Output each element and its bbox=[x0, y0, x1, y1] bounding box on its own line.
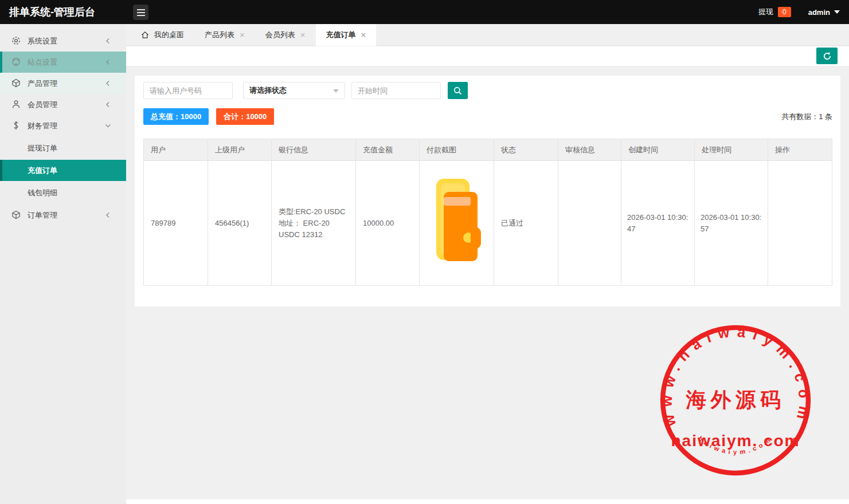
chevron-down-icon bbox=[333, 89, 339, 96]
cell-audit-info bbox=[558, 161, 621, 286]
col-user: 用户 bbox=[144, 139, 208, 161]
table-row: 789789 456456(1) 类型:ERC-20 USDC 地址： ERC-… bbox=[144, 161, 832, 286]
chevron-left-icon bbox=[105, 212, 111, 218]
cell-processed-at: 2026-03-01 10:30:57 bbox=[695, 161, 768, 286]
cell-created-at: 2026-03-01 10:30:47 bbox=[621, 161, 695, 286]
start-time-input[interactable] bbox=[351, 82, 441, 99]
sidebar-item-site-settings[interactable]: 站点设置 bbox=[0, 52, 126, 73]
col-status: 状态 bbox=[494, 139, 558, 161]
cube-icon bbox=[11, 78, 21, 88]
col-parent-user: 上级用户 bbox=[208, 139, 272, 161]
tab-bar: 我的桌面 产品列表 × 会员列表 × 充值订单 × bbox=[126, 24, 849, 46]
user-menu[interactable]: admin bbox=[808, 7, 840, 17]
sidebar-item-member-management[interactable]: 会员管理 bbox=[0, 94, 126, 115]
dollar-icon bbox=[11, 121, 21, 130]
gear-icon bbox=[11, 36, 21, 45]
sidebar-item-product-management[interactable]: 产品管理 bbox=[0, 73, 126, 94]
app-title: 排单系统-管理后台 bbox=[9, 0, 95, 24]
sidebar-item-finance-management[interactable]: 财务管理 bbox=[0, 115, 126, 136]
tab-recharge-orders[interactable]: 充值订单 × bbox=[316, 24, 377, 46]
sidebar: 系统设置 站点设置 产品管理 会员管理 财务管理 提现订单 充值订单 钱包明细 … bbox=[0, 24, 126, 504]
search-button[interactable] bbox=[448, 82, 468, 99]
refresh-icon bbox=[823, 52, 832, 61]
wallet-image[interactable] bbox=[433, 178, 481, 266]
watermark-stamp: www.haiwaiym.com 海外源码 haiwaiym. com haiw… bbox=[655, 318, 816, 482]
close-icon[interactable]: × bbox=[361, 30, 366, 39]
sidebar-item-withdraw-orders[interactable]: 提现订单 bbox=[0, 137, 126, 159]
record-count: 共有数据：1 条 bbox=[781, 112, 832, 122]
hamburger-icon bbox=[137, 9, 145, 10]
close-icon[interactable]: × bbox=[240, 30, 245, 39]
stats-badges: 总充值：10000 合计：10000 bbox=[143, 108, 274, 125]
chevron-down-icon bbox=[105, 123, 111, 129]
close-icon[interactable]: × bbox=[300, 30, 306, 39]
filter-bar: 请选择状态 bbox=[143, 82, 468, 99]
chevron-left-icon bbox=[105, 38, 111, 44]
stamp-domain-text: haiwaiym. com bbox=[671, 431, 800, 450]
withdraw-count-badge[interactable]: 0 bbox=[778, 7, 791, 17]
tab-member-list[interactable]: 会员列表 × bbox=[255, 24, 316, 45]
globe-icon bbox=[11, 57, 21, 66]
cell-action bbox=[768, 161, 832, 286]
withdraw-link[interactable]: 提现 bbox=[758, 7, 773, 17]
cell-bank-info: 类型:ERC-20 USDC 地址： ERC-20 USDC 12312 bbox=[272, 161, 356, 286]
cell-parent-user: 456456(1) bbox=[208, 161, 272, 286]
sidebar-item-system-settings[interactable]: 系统设置 bbox=[0, 30, 126, 52]
stamp-center-text: 海外源码 bbox=[686, 387, 785, 411]
sidebar-item-recharge-orders[interactable]: 充值订单 bbox=[0, 160, 126, 181]
chevron-left-icon bbox=[105, 80, 111, 86]
col-action: 操作 bbox=[768, 139, 832, 161]
chevron-left-icon bbox=[105, 59, 111, 65]
col-amount: 充值金额 bbox=[356, 139, 420, 161]
sidebar-item-wallet-details[interactable]: 钱包明细 bbox=[0, 182, 126, 203]
username: admin bbox=[808, 8, 830, 17]
col-created-at: 创建时间 bbox=[621, 139, 695, 161]
sum-badge: 合计：10000 bbox=[216, 108, 274, 125]
stamp-arc-top-text: www.haiwaiym.com bbox=[658, 323, 812, 428]
search-icon bbox=[453, 86, 462, 95]
footer-strip bbox=[126, 499, 849, 504]
chevron-left-icon bbox=[105, 101, 111, 108]
home-icon bbox=[141, 31, 149, 39]
col-bank-info: 银行信息 bbox=[272, 139, 356, 161]
chevron-down-icon bbox=[834, 10, 840, 17]
cell-payment-screenshot bbox=[420, 161, 494, 286]
cell-user: 789789 bbox=[144, 161, 208, 286]
table-header-row: 用户 上级用户 银行信息 充值金额 付款截图 状态 审核信息 创建时间 处理时间… bbox=[144, 139, 832, 161]
person-icon bbox=[11, 100, 21, 109]
cell-status: 已通过 bbox=[494, 161, 558, 286]
col-processed-at: 处理时间 bbox=[695, 139, 768, 161]
sidebar-item-order-management[interactable]: 订单管理 bbox=[0, 204, 126, 226]
svg-text:haiwaiym.com: haiwaiym.com bbox=[697, 435, 774, 455]
tool-strip bbox=[126, 46, 849, 66]
topbar: 排单系统-管理后台 提现 0 admin bbox=[0, 0, 849, 24]
recharge-orders-panel: 请选择状态 总充值：10000 合计：10000 共有数据：1 条 用户 上级用… bbox=[135, 76, 840, 306]
refresh-button[interactable] bbox=[816, 48, 838, 64]
cube-icon bbox=[11, 210, 21, 219]
tab-product-list[interactable]: 产品列表 × bbox=[194, 24, 255, 45]
col-audit-info: 审核信息 bbox=[558, 139, 621, 161]
user-number-input[interactable] bbox=[143, 82, 233, 99]
col-payment-screenshot: 付款截图 bbox=[420, 139, 494, 161]
svg-text:www.haiwaiym.com: www.haiwaiym.com bbox=[658, 323, 812, 428]
total-recharge-badge: 总充值：10000 bbox=[143, 108, 209, 125]
tab-my-desktop[interactable]: 我的桌面 bbox=[131, 24, 194, 45]
cell-amount: 10000.00 bbox=[356, 161, 420, 286]
stamp-arc-bottom-text: haiwaiym.com bbox=[697, 435, 774, 455]
menu-toggle-button[interactable] bbox=[133, 5, 148, 20]
status-select[interactable]: 请选择状态 bbox=[243, 82, 345, 99]
recharge-orders-table: 用户 上级用户 银行信息 充值金额 付款截图 状态 审核信息 创建时间 处理时间… bbox=[143, 139, 832, 286]
